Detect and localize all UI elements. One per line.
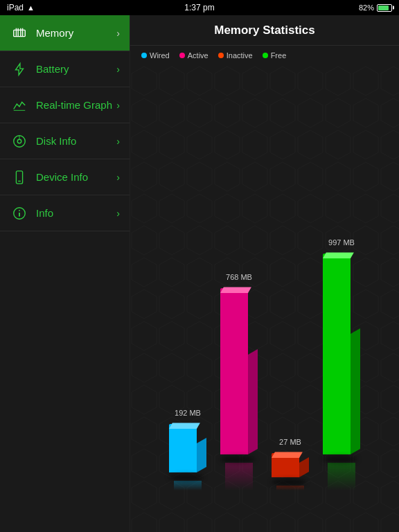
bar-front-active [220,288,248,454]
info-chevron: › [116,208,120,219]
legend-item-wired: Wired [141,51,170,60]
content-area: Memory Statistics Wired Active Inactive … [130,15,399,532]
bar-shadow-wired [169,474,204,481]
bar-group-inactive: 27 MB [272,453,309,490]
device-icon [10,168,29,187]
page-title: Memory Statistics [214,24,315,37]
legend-dot-active [179,53,185,58]
memory-label: Memory [36,27,116,39]
info-icon [10,204,29,223]
battery-icon [377,4,392,12]
status-time: 1:37 pm [184,3,214,12]
sidebar: Memory › Battery › Real-time Graph › [0,15,130,532]
svg-marker-9 [16,63,24,75]
bar-side-active [248,349,258,454]
bar-label-free: 997 MB [328,238,355,247]
disk-icon [10,132,29,151]
bar-label-active: 768 MB [226,273,252,281]
legend-item-active: Active [179,51,209,60]
bar-reflection-free [328,463,355,490]
bar-group-active: 768 MB [220,288,258,490]
bar-3d-active [220,288,248,454]
legend-label-wired: Wired [150,51,170,60]
bar-reflection-inactive [276,486,304,490]
sidebar-item-device[interactable]: Device Info › [0,159,130,195]
graph-icon [10,96,29,115]
svg-rect-14 [16,170,22,183]
bar-group-wired: 192 MB [169,424,206,490]
bar-label-wired: 192 MB [175,409,201,417]
disk-label: Disk Info [36,135,116,147]
bar-top-free [323,253,354,258]
status-right: 82% [359,3,392,12]
bar-top-active [220,287,251,293]
legend-label-inactive: Inactive [227,51,253,60]
memory-icon [10,24,29,43]
device-label: Device Info [36,171,116,183]
bar-shadow-free [323,456,357,463]
legend-label-free: Free [271,51,287,60]
legend-dot-free [263,53,268,58]
sidebar-item-disk[interactable]: Disk Info › [0,123,130,159]
battery-chevron: › [116,64,120,75]
sidebar-item-info[interactable]: Info › [0,195,130,231]
content-header: Memory Statistics [130,15,399,46]
bar-side-free [351,328,360,454]
sidebar-item-realtime[interactable]: Real-time Graph › [0,87,130,123]
svg-point-12 [17,139,21,143]
svg-point-18 [19,209,20,211]
battery-percent: 82% [359,3,374,12]
battery-label: Battery [36,63,116,75]
bar-shadow-inactive [272,479,306,486]
bar-label-inactive: 27 MB [279,438,301,446]
legend-item-free: Free [263,51,287,60]
battery-fill [378,6,389,10]
bar-3d-inactive [272,453,299,477]
legend-item-inactive: Inactive [218,51,253,60]
svg-rect-0 [14,30,26,36]
bar-top-wired [169,423,200,429]
chart-legend: Wired Active Inactive Free [130,46,399,65]
legend-label-active: Active [188,51,209,60]
bar-top-inactive [272,452,303,458]
chart-area: 192 MB 768 MB 27 MB [130,65,399,532]
bar-reflection-active [225,463,253,490]
battery-nav-icon [10,60,29,79]
status-left: iPad ▲ [7,3,35,12]
bar-front-free [323,254,351,454]
bars-container: 192 MB 768 MB 27 MB [169,254,360,497]
bar-group-free: 997 MB [323,254,360,490]
bar-reflection-wired [174,481,202,490]
device-chevron: › [116,172,120,183]
device-label: iPad [7,3,24,12]
wifi-icon: ▲ [27,3,35,12]
legend-dot-wired [141,53,147,58]
disk-chevron: › [116,136,120,147]
bar-side-wired [197,438,206,472]
realtime-chevron: › [116,100,120,111]
bar-3d-free [323,254,351,454]
legend-dot-inactive [218,53,224,58]
status-bar: iPad ▲ 1:37 pm 82% [0,0,399,15]
sidebar-item-battery[interactable]: Battery › [0,51,130,87]
bar-side-inactive [299,457,309,477]
bar-3d-wired [169,424,197,472]
sidebar-item-memory[interactable]: Memory › [0,15,130,51]
memory-chevron: › [116,28,120,39]
bar-front-wired [169,424,197,472]
bar-shadow-active [220,456,255,463]
main-layout: Memory › Battery › Real-time Graph › [0,15,399,532]
realtime-label: Real-time Graph [36,99,116,111]
info-label: Info [36,207,116,219]
